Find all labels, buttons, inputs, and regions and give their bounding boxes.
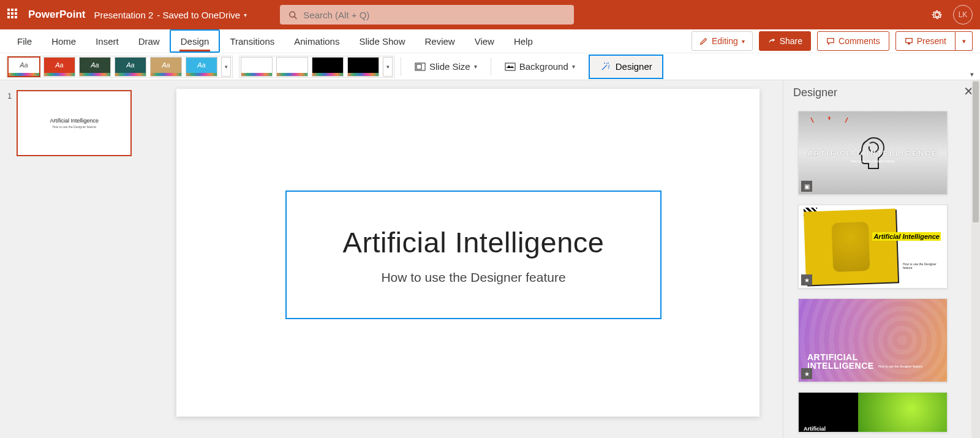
editing-label: Editing (712, 36, 738, 46)
slide-size-icon (415, 62, 426, 72)
tab-home[interactable]: Home (42, 29, 86, 53)
theme-teal[interactable]: Aa (115, 57, 146, 77)
designer-pane-title: Designer (783, 80, 980, 105)
title-textbox-selected[interactable]: Artificial Intelligence How to use the D… (285, 191, 662, 319)
tab-view[interactable]: View (465, 29, 504, 53)
present-label: Present (917, 36, 946, 46)
d2-title: Artificial Intelligence (872, 232, 941, 241)
svg-point-6 (604, 62, 605, 64)
design-suggestion-4[interactable]: Artificial (798, 392, 948, 432)
comments-label: Comments (839, 36, 880, 46)
slide-subtitle-text[interactable]: How to use the Designer feature (381, 270, 565, 285)
tab-review[interactable]: Review (415, 29, 464, 53)
chevron-down-icon: ▾ (742, 38, 745, 45)
user-avatar[interactable]: LK (953, 5, 973, 25)
design-suggestions-list[interactable]: ARTIFICIAL INTELLIGENCE How to use the D… (783, 105, 980, 438)
title-bar: PowerPoint Presentation 2 - Saved to One… (0, 0, 980, 29)
tab-help[interactable]: Help (504, 29, 543, 53)
chevron-down-icon: ▾ (244, 12, 247, 18)
slide-thumbnail-1[interactable]: Artificial Intelligence How to use the D… (17, 90, 132, 156)
gear-icon[interactable] (931, 9, 943, 21)
design-suggestion-3[interactable]: ARTIFICIALINTELLIGENCE How to use the De… (798, 298, 948, 382)
ribbon: File Home Insert Draw Design Transitions… (0, 29, 980, 80)
background-button[interactable]: Background ▾ (497, 56, 582, 78)
share-icon (767, 37, 776, 45)
share-button[interactable]: Share (759, 31, 811, 51)
tab-design[interactable]: Design (170, 29, 221, 53)
premium-badge-icon: ★ (801, 274, 812, 285)
svg-point-8 (608, 66, 609, 67)
tab-file[interactable]: File (7, 29, 42, 53)
theme-wood[interactable]: Aa (150, 57, 182, 77)
scrollbar-thumb[interactable] (973, 81, 979, 222)
slide-canvas-area[interactable]: Artificial Intelligence How to use the D… (153, 80, 783, 438)
tab-insert[interactable]: Insert (86, 29, 129, 53)
video-badge-icon: ▣ (801, 181, 812, 192)
design-toolbar: Aa Aa Aa Aa Aa Aa ▾ ▾ Slide Size ▾ Backg… (0, 53, 980, 80)
svg-line-10 (845, 118, 848, 123)
search-input[interactable] (303, 10, 565, 20)
variant-black2[interactable] (347, 57, 379, 77)
present-dropdown[interactable]: ▾ (956, 31, 973, 51)
thumb-title: Artificial Intelligence (50, 118, 99, 124)
present-button[interactable]: Present (895, 31, 956, 51)
tab-transitions[interactable]: Transitions (220, 29, 284, 53)
svg-point-7 (608, 62, 609, 64)
theme-cyan[interactable]: Aa (186, 57, 217, 77)
save-status-text: - Saved to OneDrive (157, 10, 240, 20)
slide-title-text[interactable]: Artificial Intelligence (343, 225, 605, 259)
themes-more-dropdown[interactable]: ▾ (221, 57, 231, 77)
user-initials: LK (959, 10, 968, 19)
design-suggestion-1[interactable]: ARTIFICIAL INTELLIGENCE How to use the D… (798, 111, 948, 195)
theme-red[interactable]: Aa (43, 57, 75, 77)
designer-pane: Designer ✕ ARTIFICIAL INTELLIGENCE How t… (783, 80, 980, 438)
yellow-card (804, 208, 898, 285)
design-suggestion-2[interactable]: Artificial Intelligence How to use the D… (798, 205, 948, 289)
variant-white[interactable] (241, 57, 273, 77)
comments-button[interactable]: Comments (817, 31, 889, 51)
theme-darkgreen[interactable]: Aa (79, 57, 111, 77)
themes-gallery[interactable]: Aa Aa Aa Aa Aa Aa ▾ (6, 56, 233, 78)
variants-more-dropdown[interactable]: ▾ (383, 57, 393, 77)
search-box[interactable] (280, 5, 574, 25)
d3-sub: How to use the Designer feature (878, 364, 922, 368)
slide[interactable]: Artificial Intelligence How to use the D… (176, 89, 760, 417)
separator (491, 58, 491, 76)
chevron-down-icon: ▾ (962, 37, 966, 45)
magic-wand-icon (600, 61, 611, 72)
thumb-subtitle: How to use the Designer feature (52, 125, 96, 129)
thumbnail-number: 1 (7, 90, 12, 428)
app-launcher-icon[interactable] (7, 9, 20, 21)
d4-title: Artificial (804, 426, 826, 432)
tab-slideshow[interactable]: Slide Show (349, 29, 415, 53)
robot-icon (832, 222, 870, 272)
theme-office[interactable]: Aa (8, 57, 40, 77)
tab-draw[interactable]: Draw (129, 29, 170, 53)
comment-icon (826, 37, 835, 45)
pencil-icon (699, 37, 708, 45)
variants-gallery[interactable]: ▾ (239, 56, 394, 78)
editing-mode-button[interactable]: Editing ▾ (692, 31, 753, 51)
svg-text:+: + (827, 116, 831, 121)
svg-line-1 (295, 17, 297, 19)
slide-size-button[interactable]: Slide Size ▾ (407, 56, 484, 78)
d3-title: ARTIFICIALINTELLIGENCE (807, 353, 874, 371)
vertical-scrollbar[interactable] (971, 80, 980, 438)
tab-animations[interactable]: Animations (284, 29, 349, 53)
document-title[interactable]: Presentation 2 - Saved to OneDrive ▾ (94, 10, 247, 20)
variant-white2[interactable] (276, 57, 308, 77)
variant-black[interactable] (312, 57, 344, 77)
green-abstract (858, 393, 947, 432)
present-icon (905, 37, 913, 45)
share-label: Share (780, 36, 802, 46)
separator (401, 58, 401, 76)
chevron-down-icon: ▾ (572, 63, 575, 70)
designer-label: Designer (616, 61, 652, 72)
d2-sub: How to use the Designer feature (903, 262, 940, 270)
ribbon-expand-chevron[interactable]: ▾ (970, 70, 974, 78)
slide-size-label: Slide Size (429, 61, 470, 72)
premium-badge-icon: ★ (801, 368, 812, 379)
sparkle-icon: + (799, 116, 947, 195)
search-icon (288, 10, 297, 20)
designer-button[interactable]: Designer (589, 55, 663, 79)
